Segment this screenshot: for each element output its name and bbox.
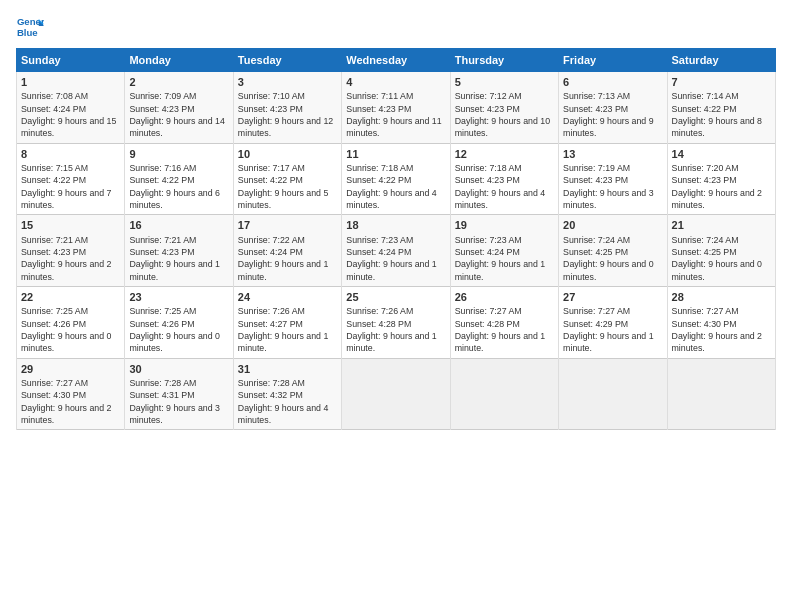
cell-info: Sunrise: 7:27 AMSunset: 4:28 PMDaylight:… bbox=[455, 305, 554, 354]
weekday-header-thursday: Thursday bbox=[450, 49, 558, 72]
cell-info: Sunrise: 7:16 AMSunset: 4:22 PMDaylight:… bbox=[129, 162, 228, 211]
cell-info: Sunrise: 7:09 AMSunset: 4:23 PMDaylight:… bbox=[129, 90, 228, 139]
day-number: 16 bbox=[129, 218, 228, 233]
calendar-cell: 14Sunrise: 7:20 AMSunset: 4:23 PMDayligh… bbox=[667, 143, 775, 215]
calendar-body: 1Sunrise: 7:08 AMSunset: 4:24 PMDaylight… bbox=[17, 72, 776, 430]
calendar-cell: 4Sunrise: 7:11 AMSunset: 4:23 PMDaylight… bbox=[342, 72, 450, 144]
calendar-cell: 5Sunrise: 7:12 AMSunset: 4:23 PMDaylight… bbox=[450, 72, 558, 144]
calendar-cell: 15Sunrise: 7:21 AMSunset: 4:23 PMDayligh… bbox=[17, 215, 125, 287]
day-number: 26 bbox=[455, 290, 554, 305]
weekday-header-wednesday: Wednesday bbox=[342, 49, 450, 72]
day-number: 29 bbox=[21, 362, 120, 377]
week-row-5: 29Sunrise: 7:27 AMSunset: 4:30 PMDayligh… bbox=[17, 358, 776, 430]
cell-info: Sunrise: 7:13 AMSunset: 4:23 PMDaylight:… bbox=[563, 90, 662, 139]
cell-info: Sunrise: 7:26 AMSunset: 4:27 PMDaylight:… bbox=[238, 305, 337, 354]
day-number: 21 bbox=[672, 218, 771, 233]
calendar-cell: 17Sunrise: 7:22 AMSunset: 4:24 PMDayligh… bbox=[233, 215, 341, 287]
day-number: 11 bbox=[346, 147, 445, 162]
calendar-cell: 9Sunrise: 7:16 AMSunset: 4:22 PMDaylight… bbox=[125, 143, 233, 215]
day-number: 23 bbox=[129, 290, 228, 305]
calendar-cell: 28Sunrise: 7:27 AMSunset: 4:30 PMDayligh… bbox=[667, 286, 775, 358]
header: General Blue bbox=[16, 12, 776, 40]
calendar-cell bbox=[559, 358, 667, 430]
weekday-header-monday: Monday bbox=[125, 49, 233, 72]
day-number: 13 bbox=[563, 147, 662, 162]
calendar-cell: 26Sunrise: 7:27 AMSunset: 4:28 PMDayligh… bbox=[450, 286, 558, 358]
day-number: 6 bbox=[563, 75, 662, 90]
day-number: 30 bbox=[129, 362, 228, 377]
day-number: 12 bbox=[455, 147, 554, 162]
cell-info: Sunrise: 7:12 AMSunset: 4:23 PMDaylight:… bbox=[455, 90, 554, 139]
cell-info: Sunrise: 7:22 AMSunset: 4:24 PMDaylight:… bbox=[238, 234, 337, 283]
calendar-cell bbox=[450, 358, 558, 430]
cell-info: Sunrise: 7:19 AMSunset: 4:23 PMDaylight:… bbox=[563, 162, 662, 211]
calendar-header: SundayMondayTuesdayWednesdayThursdayFrid… bbox=[17, 49, 776, 72]
calendar-cell: 30Sunrise: 7:28 AMSunset: 4:31 PMDayligh… bbox=[125, 358, 233, 430]
calendar-cell: 8Sunrise: 7:15 AMSunset: 4:22 PMDaylight… bbox=[17, 143, 125, 215]
day-number: 25 bbox=[346, 290, 445, 305]
calendar-cell: 16Sunrise: 7:21 AMSunset: 4:23 PMDayligh… bbox=[125, 215, 233, 287]
weekday-header-friday: Friday bbox=[559, 49, 667, 72]
day-number: 18 bbox=[346, 218, 445, 233]
calendar-cell: 18Sunrise: 7:23 AMSunset: 4:24 PMDayligh… bbox=[342, 215, 450, 287]
cell-info: Sunrise: 7:28 AMSunset: 4:32 PMDaylight:… bbox=[238, 377, 337, 426]
calendar-page: General Blue SundayMondayTuesdayWednesda… bbox=[0, 0, 792, 612]
cell-info: Sunrise: 7:27 AMSunset: 4:29 PMDaylight:… bbox=[563, 305, 662, 354]
svg-text:Blue: Blue bbox=[17, 27, 38, 38]
cell-info: Sunrise: 7:24 AMSunset: 4:25 PMDaylight:… bbox=[672, 234, 771, 283]
cell-info: Sunrise: 7:27 AMSunset: 4:30 PMDaylight:… bbox=[21, 377, 120, 426]
logo-icon: General Blue bbox=[16, 12, 44, 40]
cell-info: Sunrise: 7:27 AMSunset: 4:30 PMDaylight:… bbox=[672, 305, 771, 354]
cell-info: Sunrise: 7:20 AMSunset: 4:23 PMDaylight:… bbox=[672, 162, 771, 211]
cell-info: Sunrise: 7:21 AMSunset: 4:23 PMDaylight:… bbox=[129, 234, 228, 283]
cell-info: Sunrise: 7:17 AMSunset: 4:22 PMDaylight:… bbox=[238, 162, 337, 211]
calendar-cell: 3Sunrise: 7:10 AMSunset: 4:23 PMDaylight… bbox=[233, 72, 341, 144]
weekday-header-sunday: Sunday bbox=[17, 49, 125, 72]
cell-info: Sunrise: 7:11 AMSunset: 4:23 PMDaylight:… bbox=[346, 90, 445, 139]
week-row-2: 8Sunrise: 7:15 AMSunset: 4:22 PMDaylight… bbox=[17, 143, 776, 215]
calendar-cell: 13Sunrise: 7:19 AMSunset: 4:23 PMDayligh… bbox=[559, 143, 667, 215]
day-number: 27 bbox=[563, 290, 662, 305]
day-number: 7 bbox=[672, 75, 771, 90]
day-number: 17 bbox=[238, 218, 337, 233]
calendar-cell bbox=[342, 358, 450, 430]
weekday-header-tuesday: Tuesday bbox=[233, 49, 341, 72]
cell-info: Sunrise: 7:26 AMSunset: 4:28 PMDaylight:… bbox=[346, 305, 445, 354]
cell-info: Sunrise: 7:23 AMSunset: 4:24 PMDaylight:… bbox=[346, 234, 445, 283]
day-number: 28 bbox=[672, 290, 771, 305]
cell-info: Sunrise: 7:24 AMSunset: 4:25 PMDaylight:… bbox=[563, 234, 662, 283]
weekday-header-saturday: Saturday bbox=[667, 49, 775, 72]
day-number: 8 bbox=[21, 147, 120, 162]
calendar-cell: 11Sunrise: 7:18 AMSunset: 4:22 PMDayligh… bbox=[342, 143, 450, 215]
day-number: 9 bbox=[129, 147, 228, 162]
cell-info: Sunrise: 7:23 AMSunset: 4:24 PMDaylight:… bbox=[455, 234, 554, 283]
week-row-4: 22Sunrise: 7:25 AMSunset: 4:26 PMDayligh… bbox=[17, 286, 776, 358]
calendar-cell: 25Sunrise: 7:26 AMSunset: 4:28 PMDayligh… bbox=[342, 286, 450, 358]
day-number: 4 bbox=[346, 75, 445, 90]
calendar-cell: 21Sunrise: 7:24 AMSunset: 4:25 PMDayligh… bbox=[667, 215, 775, 287]
calendar-cell: 24Sunrise: 7:26 AMSunset: 4:27 PMDayligh… bbox=[233, 286, 341, 358]
calendar-cell: 23Sunrise: 7:25 AMSunset: 4:26 PMDayligh… bbox=[125, 286, 233, 358]
calendar-cell bbox=[667, 358, 775, 430]
calendar-cell: 2Sunrise: 7:09 AMSunset: 4:23 PMDaylight… bbox=[125, 72, 233, 144]
week-row-3: 15Sunrise: 7:21 AMSunset: 4:23 PMDayligh… bbox=[17, 215, 776, 287]
cell-info: Sunrise: 7:21 AMSunset: 4:23 PMDaylight:… bbox=[21, 234, 120, 283]
calendar-table: SundayMondayTuesdayWednesdayThursdayFrid… bbox=[16, 48, 776, 430]
cell-info: Sunrise: 7:25 AMSunset: 4:26 PMDaylight:… bbox=[21, 305, 120, 354]
calendar-cell: 20Sunrise: 7:24 AMSunset: 4:25 PMDayligh… bbox=[559, 215, 667, 287]
cell-info: Sunrise: 7:15 AMSunset: 4:22 PMDaylight:… bbox=[21, 162, 120, 211]
calendar-cell: 31Sunrise: 7:28 AMSunset: 4:32 PMDayligh… bbox=[233, 358, 341, 430]
day-number: 31 bbox=[238, 362, 337, 377]
day-number: 24 bbox=[238, 290, 337, 305]
cell-info: Sunrise: 7:28 AMSunset: 4:31 PMDaylight:… bbox=[129, 377, 228, 426]
cell-info: Sunrise: 7:18 AMSunset: 4:22 PMDaylight:… bbox=[346, 162, 445, 211]
calendar-cell: 10Sunrise: 7:17 AMSunset: 4:22 PMDayligh… bbox=[233, 143, 341, 215]
calendar-cell: 27Sunrise: 7:27 AMSunset: 4:29 PMDayligh… bbox=[559, 286, 667, 358]
calendar-cell: 19Sunrise: 7:23 AMSunset: 4:24 PMDayligh… bbox=[450, 215, 558, 287]
cell-info: Sunrise: 7:25 AMSunset: 4:26 PMDaylight:… bbox=[129, 305, 228, 354]
day-number: 19 bbox=[455, 218, 554, 233]
cell-info: Sunrise: 7:18 AMSunset: 4:23 PMDaylight:… bbox=[455, 162, 554, 211]
calendar-cell: 22Sunrise: 7:25 AMSunset: 4:26 PMDayligh… bbox=[17, 286, 125, 358]
day-number: 5 bbox=[455, 75, 554, 90]
day-number: 10 bbox=[238, 147, 337, 162]
